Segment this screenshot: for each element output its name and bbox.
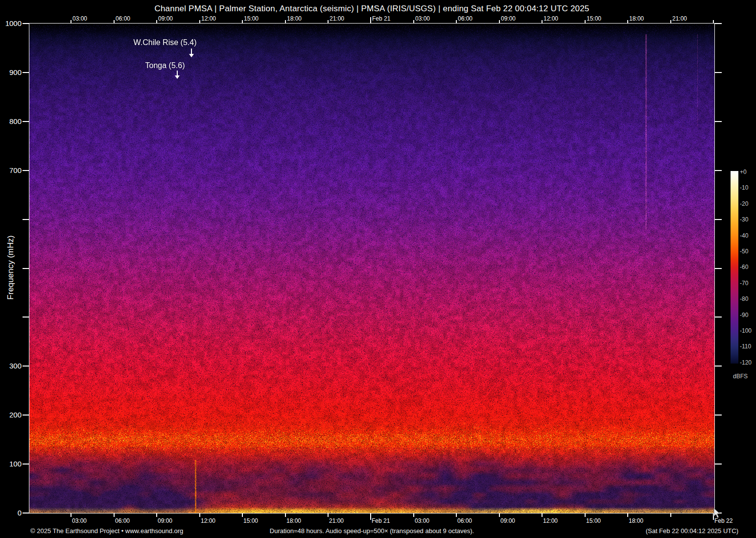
spectrogram-page: Channel PMSA | Palmer Station, Antarctic… (0, 0, 756, 538)
colorbar-tick-label: -100 (740, 328, 752, 334)
colorbar-tick-label: -120 (740, 360, 752, 366)
x-axis-tick-top (499, 20, 500, 24)
x-axis-label-top: 03:00 (415, 15, 430, 22)
x-axis-label-top: 03:00 (72, 15, 87, 22)
x-axis-tick-bottom (285, 514, 286, 517)
x-axis-label-bottom: 12:00 (543, 517, 558, 524)
colorbar (731, 171, 738, 364)
x-axis-label-bottom: 03:00 (415, 517, 429, 524)
colorbar-tick-label: -50 (740, 248, 748, 255)
x-axis-label-top: 12:00 (201, 15, 216, 22)
x-axis-tick-bottom (456, 514, 457, 517)
x-axis-tick-bottom (627, 514, 628, 517)
colorbar-units: dBFS (733, 373, 748, 380)
y-axis-tick-right (715, 23, 722, 24)
x-axis-label-bottom: 18:00 (629, 517, 643, 524)
spectrogram-canvas (29, 24, 714, 513)
x-axis-tick-top (242, 20, 243, 24)
x-axis-label-top: 06:00 (458, 15, 472, 22)
colorbar-tick-label: -30 (740, 217, 748, 223)
y-axis-label: 100 (0, 460, 22, 468)
x-axis-tick-bottom (114, 514, 115, 517)
y-axis-tick-left (23, 415, 29, 416)
x-axis-label-bottom: 09:00 (158, 517, 172, 524)
x-axis-label-bottom: 15:00 (586, 517, 601, 524)
x-axis-label-top: 06:00 (116, 15, 130, 22)
footer-timestamp: (Sat Feb 22 00:04:12 2025 UTC) (646, 527, 738, 535)
x-axis-tick-top (199, 20, 200, 24)
x-axis-label-bottom: 09:00 (500, 517, 515, 524)
y-axis-tick-right (715, 121, 722, 122)
y-axis-label: 200 (0, 411, 22, 419)
y-axis-tick-left (23, 317, 29, 318)
y-axis-tick-left (23, 513, 29, 514)
x-axis-tick-top (285, 20, 286, 24)
x-axis-tick-bottom (156, 514, 157, 517)
y-axis-label: 1000 (0, 19, 22, 28)
y-axis-tick-right (715, 415, 722, 416)
y-axis-tick-left (23, 464, 29, 465)
colorbar-tick-label: -40 (740, 233, 748, 239)
x-axis-label-top: 15:00 (244, 15, 259, 22)
y-axis-label: 0 (0, 509, 22, 517)
y-axis-tick-right (715, 464, 722, 465)
colorbar-tick-label: -20 (740, 201, 748, 207)
x-axis-tick-bottom (585, 514, 586, 517)
x-axis-label-bottom: 06:00 (115, 517, 130, 524)
down-arrow-icon (174, 71, 180, 80)
x-axis-label-top: 09:00 (158, 15, 173, 22)
y-axis-tick-right (715, 317, 722, 318)
y-axis-label: 900 (0, 68, 22, 77)
x-axis-label-top: 12:00 (543, 15, 558, 22)
x-axis-tick-bottom (71, 514, 71, 517)
y-axis-tick-left (23, 366, 29, 367)
y-axis-tick-right (715, 366, 722, 367)
x-axis-tick-bottom (413, 514, 414, 517)
x-axis-tick-top (156, 20, 157, 24)
x-axis-label-top: 09:00 (501, 15, 516, 22)
y-axis-tick-right (715, 170, 722, 171)
colorbar-tick-label: +0 (740, 169, 747, 175)
x-axis-tick-bottom (670, 514, 671, 517)
x-axis-tick-top (542, 20, 543, 24)
x-axis-tick-bottom (542, 514, 543, 517)
y-axis-label: 300 (0, 362, 22, 370)
x-axis-tick-bottom (499, 514, 500, 517)
footer-duration: Duration=48 hours. Audio speed-up=500× (… (29, 527, 714, 535)
colorbar-tick-label: -90 (740, 312, 748, 318)
earthquake-annotation-label: Tonga (5.6) (145, 61, 185, 70)
colorbar-tick-label: -60 (740, 264, 748, 270)
x-axis-label-bottom: 12:00 (201, 517, 215, 524)
x-axis-label-bottom: 15:00 (243, 517, 258, 524)
x-axis-tick-bottom (328, 514, 329, 517)
x-axis-label-bottom: Feb 21 (372, 517, 390, 524)
y-axis-tick-right (715, 268, 722, 269)
colorbar-tick-label: -70 (740, 280, 748, 287)
x-axis-label-top: 21:00 (672, 15, 687, 22)
x-axis-tick-top (585, 20, 586, 24)
x-axis-tick-top (328, 20, 329, 24)
earthquake-annotation-label: W.Chile Rise (5.4) (134, 38, 197, 47)
x-axis-label-top: 18:00 (629, 15, 644, 22)
colorbar-tick-label: -10 (740, 185, 748, 191)
x-axis-label-bottom: 06:00 (457, 517, 472, 524)
y-axis-tick-left (23, 23, 29, 24)
x-axis-tick-top (670, 20, 671, 24)
y-axis-tick-left (23, 219, 29, 220)
x-axis-tick-top (413, 20, 414, 24)
x-axis-tick-bottom (199, 514, 200, 517)
page-title: Channel PMSA | Palmer Station, Antarctic… (29, 4, 714, 14)
y-axis-tick-right (715, 219, 722, 220)
y-axis-tick-left (23, 121, 29, 122)
x-axis-label-top: 21:00 (330, 15, 344, 22)
down-arrow-icon (189, 49, 194, 58)
y-axis-tick-left (23, 268, 29, 269)
x-axis-tick-bottom (242, 514, 243, 517)
y-axis-tick-right (715, 72, 722, 73)
y-axis-label: Frequency (mHz) (6, 228, 16, 307)
x-axis-tick-top (713, 20, 714, 24)
x-axis-tick-top (114, 20, 115, 24)
mouse-cursor-icon (713, 508, 721, 519)
x-axis-label-top: 15:00 (587, 15, 601, 22)
x-axis-tick-bottom (370, 514, 371, 520)
